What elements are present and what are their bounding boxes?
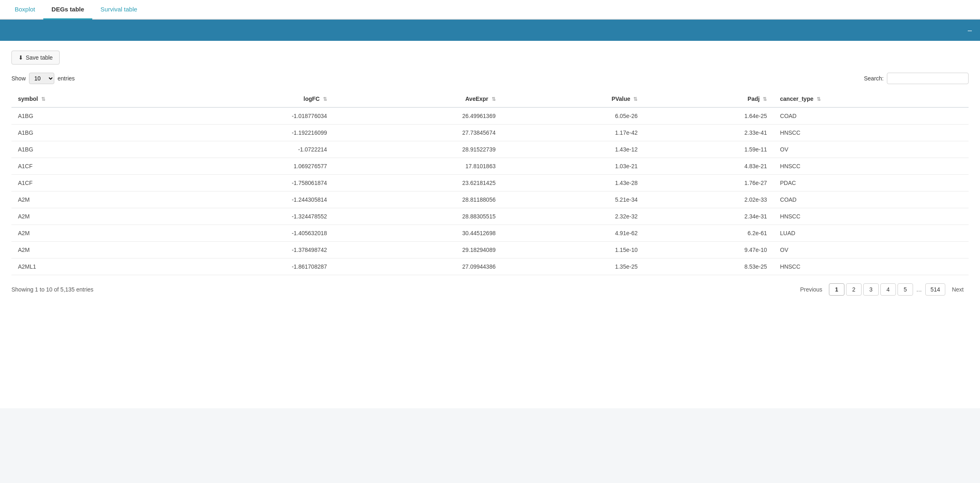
minimize-button[interactable]: – xyxy=(968,27,972,34)
download-icon: ⬇ xyxy=(18,54,23,61)
cell-padj: 8.53e-25 xyxy=(644,258,773,275)
show-entries-control: Show 10 25 50 100 entries xyxy=(11,73,75,84)
cell-padj: 2.33e-41 xyxy=(644,125,773,141)
col-pvalue[interactable]: PValue ⇅ xyxy=(502,91,644,107)
table-row: A2M -1.405632018 30.44512698 4.91e-62 6.… xyxy=(11,225,969,242)
cell-aveexpr: 28.81188056 xyxy=(334,191,502,208)
cell-pvalue: 5.21e-34 xyxy=(502,191,644,208)
cell-aveexpr: 29.18294089 xyxy=(334,242,502,258)
save-table-label: Save table xyxy=(26,54,53,61)
main-content: ⬇ Save table Show 10 25 50 100 entries S… xyxy=(0,41,980,408)
cell-pvalue: 1.03e-21 xyxy=(502,158,644,175)
previous-button[interactable]: Previous xyxy=(795,284,827,295)
table-row: A1CF 1.069276577 17.8101863 1.03e-21 4.8… xyxy=(11,158,969,175)
sort-icon-pvalue: ⇅ xyxy=(633,96,637,102)
table-row: A2M -1.324478552 28.88305515 2.32e-32 2.… xyxy=(11,208,969,225)
cell-aveexpr: 17.8101863 xyxy=(334,158,502,175)
page-4-button[interactable]: 4 xyxy=(880,283,896,296)
cell-pvalue: 1.43e-28 xyxy=(502,175,644,191)
cell-aveexpr: 26.49961369 xyxy=(334,107,502,125)
cell-padj: 1.64e-25 xyxy=(644,107,773,125)
col-padj[interactable]: Padj ⇅ xyxy=(644,91,773,107)
cell-logfc: -1.018776034 xyxy=(158,107,334,125)
table-body: A1BG -1.018776034 26.49961369 6.05e-26 1… xyxy=(11,107,969,275)
page-last-button[interactable]: 514 xyxy=(925,283,945,296)
sort-icon-padj: ⇅ xyxy=(763,96,767,102)
cell-pvalue: 4.91e-62 xyxy=(502,225,644,242)
cell-pvalue: 2.32e-32 xyxy=(502,208,644,225)
cell-cancer-type: HNSCC xyxy=(773,208,969,225)
cell-symbol: A1CF xyxy=(11,158,158,175)
cell-aveexpr: 23.62181425 xyxy=(334,175,502,191)
cell-cancer-type: PDAC xyxy=(773,175,969,191)
tab-boxplot[interactable]: Boxplot xyxy=(7,0,43,20)
cell-cancer-type: HNSCC xyxy=(773,158,969,175)
cell-aveexpr: 28.88305515 xyxy=(334,208,502,225)
page-2-button[interactable]: 2 xyxy=(846,283,862,296)
table-row: A2M -1.244305814 28.81188056 5.21e-34 2.… xyxy=(11,191,969,208)
cell-symbol: A2M xyxy=(11,191,158,208)
cell-symbol: A2M xyxy=(11,208,158,225)
cell-symbol: A1BG xyxy=(11,141,158,158)
ellipsis: … xyxy=(915,284,924,295)
cell-symbol: A2M xyxy=(11,242,158,258)
cell-aveexpr: 30.44512698 xyxy=(334,225,502,242)
tab-survival-table[interactable]: Survival table xyxy=(92,0,145,20)
cell-cancer-type: OV xyxy=(773,141,969,158)
table-row: A2M -1.378498742 29.18294089 1.15e-10 9.… xyxy=(11,242,969,258)
cell-logfc: 1.069276577 xyxy=(158,158,334,175)
cell-logfc: -1.861708287 xyxy=(158,258,334,275)
cell-logfc: -1.244305814 xyxy=(158,191,334,208)
page-1-button[interactable]: 1 xyxy=(829,283,844,296)
page-5-button[interactable]: 5 xyxy=(898,283,913,296)
cell-pvalue: 1.35e-25 xyxy=(502,258,644,275)
cell-logfc: -1.192216099 xyxy=(158,125,334,141)
showing-text: Showing 1 to 10 of 5,135 entries xyxy=(11,286,94,293)
entries-label: entries xyxy=(58,75,75,82)
next-button[interactable]: Next xyxy=(947,284,969,295)
tab-bar: Boxplot DEGs table Survival table xyxy=(0,0,980,20)
search-box: Search: xyxy=(864,73,969,84)
search-input[interactable] xyxy=(887,73,969,84)
pagination-area: Showing 1 to 10 of 5,135 entries Previou… xyxy=(11,283,969,296)
cell-cancer-type: COAD xyxy=(773,191,969,208)
cell-logfc: -1.378498742 xyxy=(158,242,334,258)
cell-symbol: A2M xyxy=(11,225,158,242)
cell-pvalue: 1.15e-10 xyxy=(502,242,644,258)
data-table: symbol ⇅ logFC ⇅ AveExpr ⇅ PValue ⇅ Padj xyxy=(11,91,969,275)
cell-cancer-type: HNSCC xyxy=(773,258,969,275)
cell-logfc: -1.324478552 xyxy=(158,208,334,225)
table-row: A1BG -1.018776034 26.49961369 6.05e-26 1… xyxy=(11,107,969,125)
tab-degs-table[interactable]: DEGs table xyxy=(43,0,92,20)
table-controls: Show 10 25 50 100 entries Search: xyxy=(11,73,969,84)
col-cancer-type[interactable]: cancer_type ⇅ xyxy=(773,91,969,107)
cell-logfc: -1.758061874 xyxy=(158,175,334,191)
cell-cancer-type: LUAD xyxy=(773,225,969,242)
sort-icon-aveexpr: ⇅ xyxy=(492,96,496,102)
cell-pvalue: 1.17e-42 xyxy=(502,125,644,141)
cell-symbol: A1BG xyxy=(11,107,158,125)
sort-icon-logfc: ⇅ xyxy=(323,96,327,102)
save-table-button[interactable]: ⬇ Save table xyxy=(11,51,60,65)
col-logfc[interactable]: logFC ⇅ xyxy=(158,91,334,107)
cell-padj: 6.2e-61 xyxy=(644,225,773,242)
cell-padj: 9.47e-10 xyxy=(644,242,773,258)
cell-padj: 1.76e-27 xyxy=(644,175,773,191)
entries-select[interactable]: 10 25 50 100 xyxy=(29,73,54,84)
page-3-button[interactable]: 3 xyxy=(863,283,879,296)
cell-aveexpr: 27.09944386 xyxy=(334,258,502,275)
cell-padj: 1.59e-11 xyxy=(644,141,773,158)
blue-bar: – xyxy=(0,20,980,41)
table-row: A1CF -1.758061874 23.62181425 1.43e-28 1… xyxy=(11,175,969,191)
table-row: A1BG -1.0722214 28.91522739 1.43e-12 1.5… xyxy=(11,141,969,158)
cell-symbol: A1BG xyxy=(11,125,158,141)
sort-icon-cancer-type: ⇅ xyxy=(817,96,821,102)
col-aveexpr[interactable]: AveExpr ⇅ xyxy=(334,91,502,107)
table-header-row: symbol ⇅ logFC ⇅ AveExpr ⇅ PValue ⇅ Padj xyxy=(11,91,969,107)
cell-logfc: -1.405632018 xyxy=(158,225,334,242)
cell-pvalue: 6.05e-26 xyxy=(502,107,644,125)
cell-symbol: A2ML1 xyxy=(11,258,158,275)
show-label: Show xyxy=(11,75,26,82)
cell-padj: 4.83e-21 xyxy=(644,158,773,175)
col-symbol[interactable]: symbol ⇅ xyxy=(11,91,158,107)
